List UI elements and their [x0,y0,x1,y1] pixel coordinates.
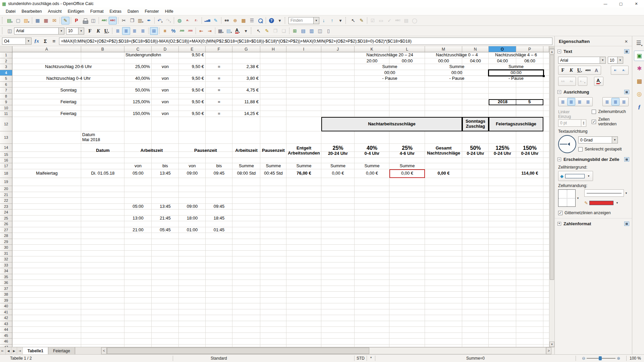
cell-C11[interactable]: 150,00% [124,111,152,117]
copy-icon[interactable]: ❐ [128,17,136,24]
cell-I14[interactable]: EntgeltArbeitsstunden [286,144,321,158]
cell-N2[interactable]: 04:00 [462,58,489,64]
selection-mode[interactable]: STD [355,355,367,362]
align-top-icon[interactable]: ≣ [603,98,611,106]
increase-font-size-icon[interactable]: A↑ [611,66,620,74]
vertical-scrollbar[interactable]: ▲ ▼ [549,46,554,347]
spelling-icon[interactable]: ABC [100,17,108,24]
vertical-scrollbar-track[interactable] [549,280,554,342]
stepper-arrows-icon[interactable]: ▲▼ [581,120,586,126]
chevron-down-icon[interactable]: ▼ [612,137,618,143]
cell-J18[interactable]: 0,00 € [321,169,355,178]
cell-B3[interactable]: Nachtzuschlag 20-6 Uhr [12,64,124,70]
formula-input[interactable]: =MAX(0;MIN(O$2+(O$2>P$2);$D18+($C18>$D18… [59,38,552,45]
zoom-out-icon[interactable]: ⊖ [582,356,585,361]
row-header-12[interactable]: 12 [0,117,12,131]
row-header-26[interactable]: 26 [0,221,12,227]
row-header-27[interactable]: 27 [0,227,12,233]
scroll-right-icon[interactable]: > [546,347,551,354]
toolbar-grip[interactable] [285,17,287,24]
dropdown-arrow-icon[interactable]: ▾ [142,21,144,24]
delete-decimal-icon[interactable]: .000 [186,27,194,35]
vertically-stacked-checkbox[interactable]: Senkrecht gestapelt [578,147,629,152]
cell-K3[interactable]: Summe [355,64,425,70]
cell-C1[interactable]: Stundengrundlohn [124,52,179,58]
next-sheet-button[interactable]: ▶ [11,347,17,354]
dropdown-arrow-icon[interactable]: ▾ [11,21,13,24]
zoom-slider[interactable]: ⊖ ⊕ [576,355,626,362]
cell-B11[interactable]: Feiertag [12,111,124,117]
dropdown-arrow-icon[interactable]: ▾ [231,31,232,35]
cell-O12[interactable]: Feiertagszuschläge [489,117,543,131]
zoom-in-icon[interactable]: ⊕ [617,356,620,361]
cell-G17[interactable]: Summe [232,163,260,169]
align-right-icon[interactable]: ≣ [576,98,584,106]
cell-C17[interactable]: von [124,163,152,169]
cell-G7[interactable]: 4,75 € [232,87,260,94]
border-picker-preview[interactable] [558,189,576,207]
data-sources-icon[interactable]: ☰ [248,17,256,24]
menu-item-fenster[interactable]: Fenster [142,8,162,15]
last-sheet-button[interactable]: ⇥ [17,347,23,354]
print-icon[interactable] [81,17,89,24]
row-header-3[interactable]: 3 [0,64,12,70]
cell-E17[interactable]: von [179,163,206,169]
column-header-H[interactable]: H [260,46,286,52]
cell-F17[interactable]: bis [206,163,232,169]
sidebar-font-name-combobox[interactable]: Arial ▼ [558,57,606,64]
cell-O3[interactable]: Summe [489,64,543,70]
row-header-35[interactable]: 35 [0,274,12,280]
row-header-28[interactable]: 28 [0,233,12,239]
page-preview-icon[interactable]: ◫ [89,17,97,24]
cell-E5[interactable]: 9,50 € [179,76,206,82]
row-header-32[interactable]: 32 [0,256,12,262]
cell-M4[interactable]: 00:00 [425,70,489,76]
cell-E27[interactable]: 01:00 [179,227,206,233]
row-header-9[interactable]: 9 [0,99,12,105]
vertical-scrollbar-thumb[interactable] [550,55,554,280]
cell-D27[interactable]: 05:45 [152,227,179,233]
align-vertical-center-icon[interactable]: ≣ [611,98,620,106]
cell-C3[interactable]: 25,00% [124,64,152,70]
modified-flag[interactable]: * [367,355,375,362]
cell-O5[interactable]: - Pause [489,76,543,82]
row-header-22[interactable]: 22 [0,198,12,204]
function-wizard-icon[interactable]: ƒx [33,38,40,45]
column-header-L[interactable]: L [389,46,425,52]
borders-icon[interactable]: ▦▾ [217,27,225,35]
column-header-M[interactable]: M [425,46,462,52]
row-header-1[interactable]: 1 [0,52,12,58]
cell-background-button[interactable]: ◆ ▼ [558,171,593,181]
toolbar-grip[interactable] [345,17,347,24]
insert-cells-icon[interactable]: ⊞ [291,27,299,35]
cell-D9[interactable]: von [152,99,179,105]
cell-D18[interactable]: 13:45 [152,169,179,178]
split-window-icon[interactable]: ◫ [316,27,324,35]
toolbar-grip[interactable] [2,27,4,34]
format-paintbrush-icon[interactable]: ✒ [145,17,153,24]
cell-G3[interactable]: 2,38 € [232,64,260,70]
sort-ascending-icon[interactable]: A↓ [184,17,192,24]
cell-E11[interactable]: 9,50 € [179,111,206,117]
freeze-panes-icon[interactable]: ▯ [324,27,332,35]
insert-columns-icon[interactable]: ▥ [308,27,316,35]
new-document-icon[interactable]: ▤▾ [6,17,14,24]
dropdown-arrow-icon[interactable]: ▾ [581,70,582,74]
row-header-8[interactable]: 8 [0,94,12,100]
design-mode-pencil-icon[interactable]: ✎ [263,27,271,35]
font-size-combobox[interactable]: 10 ▼ [66,27,84,35]
align-right-icon[interactable]: ≣ [130,27,139,35]
cell-L17[interactable]: Summe [389,163,425,169]
cell-H18[interactable]: 00:45 Std [260,169,286,178]
cell-G11[interactable]: 14,25 € [232,111,260,117]
cell-E14[interactable]: Pausenzeit [179,144,232,158]
row-header-20[interactable]: 20 [0,186,12,192]
row-header-45[interactable]: 45 [0,333,12,339]
column-header-P[interactable]: P [516,46,543,52]
cell-F9[interactable]: = [206,99,232,105]
sheet-info[interactable]: Tabelle 1 / 2 [0,355,173,362]
dropdown-arrow-icon[interactable]: ▾ [584,81,586,85]
gallery-icon[interactable]: ▩ [239,17,248,24]
row-header-13[interactable]: 13 [0,131,12,144]
formula-icon[interactable]: = [50,38,58,45]
